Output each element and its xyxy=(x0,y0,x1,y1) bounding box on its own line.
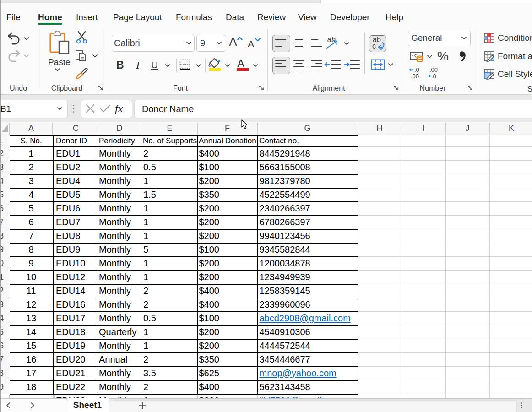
svg-text:.00: .00 xyxy=(429,67,438,73)
svg-text:.00: .00 xyxy=(411,73,419,80)
svg-text:.0: .0 xyxy=(414,67,419,73)
svg-text:.0: .0 xyxy=(431,73,436,80)
